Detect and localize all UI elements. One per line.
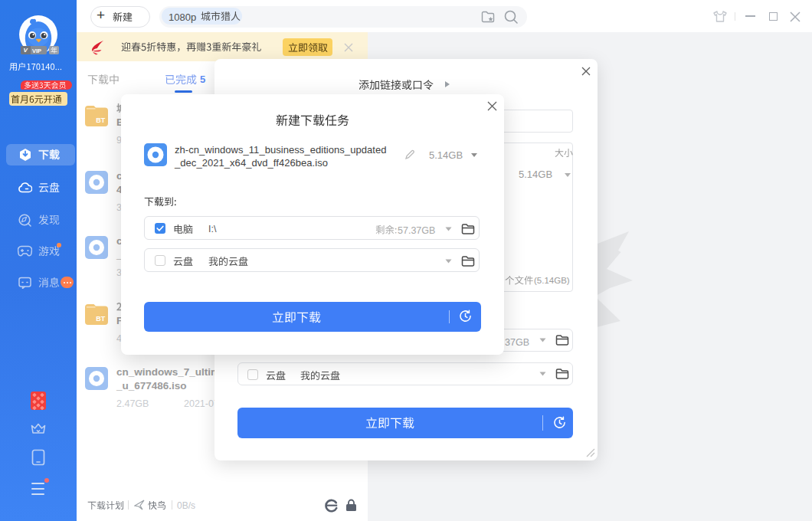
- svg-text:BT: BT: [96, 315, 105, 323]
- svg-text:BT: BT: [96, 116, 105, 124]
